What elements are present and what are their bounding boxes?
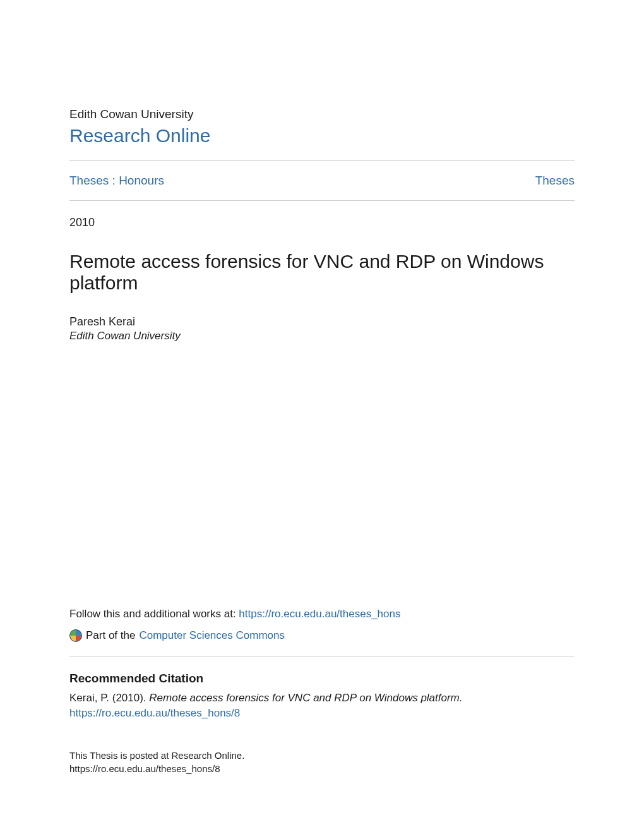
- citation-text: Kerai, P. (2010). Remote access forensic…: [69, 691, 575, 721]
- commons-link[interactable]: Computer Sciences Commons: [139, 629, 285, 642]
- footer-line-1: This Thesis is posted at Research Online…: [69, 749, 575, 762]
- recommended-citation-heading: Recommended Citation: [69, 672, 575, 686]
- year: 2010: [69, 216, 575, 229]
- follow-url-link[interactable]: https://ro.ecu.edu.au/theses_hons: [239, 608, 400, 620]
- citation-url-link[interactable]: https://ro.ecu.edu.au/theses_hons/8: [69, 707, 240, 719]
- divider: [69, 656, 575, 656]
- paper-title: Remote access forensics for VNC and RDP …: [69, 251, 575, 294]
- footer: This Thesis is posted at Research Online…: [69, 749, 575, 775]
- research-online-link[interactable]: Research Online: [69, 125, 575, 147]
- part-of-text: Part of the: [86, 629, 135, 642]
- university-name: Edith Cowan University: [69, 107, 575, 121]
- divider: [69, 200, 575, 201]
- follow-text: Follow this and additional works at:: [69, 608, 239, 620]
- theses-link[interactable]: Theses: [535, 174, 575, 188]
- links-row: Theses : Honours Theses: [69, 161, 575, 200]
- follow-row: Follow this and additional works at: htt…: [69, 608, 575, 620]
- network-icon: [69, 629, 82, 642]
- footer-line-2: https://ro.ecu.edu.au/theses_hons/8: [69, 762, 575, 775]
- part-of-row: Part of the Computer Sciences Commons: [69, 629, 575, 642]
- theses-honours-link[interactable]: Theses : Honours: [69, 174, 164, 188]
- citation-title: Remote access forensics for VNC and RDP …: [149, 692, 462, 704]
- author-affiliation: Edith Cowan University: [69, 330, 575, 342]
- author-name: Paresh Kerai: [69, 315, 575, 329]
- citation-prefix: Kerai, P. (2010).: [69, 692, 149, 704]
